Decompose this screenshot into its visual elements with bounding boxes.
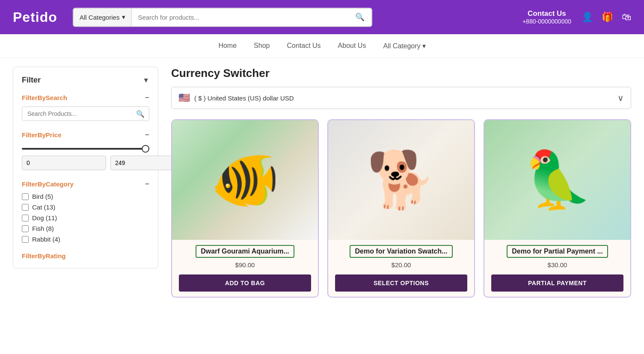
- header-icons: 👤 🎁 🛍: [582, 12, 631, 23]
- list-item: Dog (11): [22, 214, 149, 221]
- all-category-label: All Category: [383, 42, 420, 50]
- chevron-down-icon: ▾: [422, 42, 426, 50]
- category-rabbit-label: Rabbit (4): [32, 236, 60, 243]
- nav-shop[interactable]: Shop: [254, 42, 270, 50]
- filter-by-price-title: FilterByPrice −: [22, 130, 149, 139]
- cat-checkbox[interactable]: [22, 204, 29, 211]
- logo-text: Petido: [13, 9, 57, 25]
- category-list: Bird (5) Cat (13) Dog (11) Fish (8) Rabb…: [22, 193, 149, 243]
- filter-by-price-section: FilterByPrice −: [22, 130, 149, 170]
- sidebar: Filter ▼ FilterBySearch − 🔍 FilterByPric…: [13, 67, 158, 268]
- nav-home[interactable]: Home: [218, 42, 237, 50]
- filter-search-input[interactable]: [22, 107, 132, 121]
- chevron-down-icon: ▾: [122, 13, 125, 21]
- category-cat-label: Cat (13): [32, 204, 55, 211]
- search-button[interactable]: 🔍: [348, 9, 371, 26]
- search-input[interactable]: [132, 9, 348, 26]
- product-info: Demo for Variation Swatch... $20.00 SELE…: [328, 240, 474, 297]
- product-price: $90.00: [235, 261, 255, 268]
- product-price: $30.00: [548, 261, 567, 268]
- add-to-bag-button[interactable]: ADD TO BAG: [179, 274, 311, 292]
- category-dog-label: Dog (11): [32, 214, 57, 221]
- currency-label: ( $ ) United States (US) dollar USD: [194, 94, 294, 102]
- filter-by-rating-title: FilterByRating: [22, 252, 149, 260]
- product-card: Dwarf Gourami Aquarium... $90.00 ADD TO …: [171, 119, 319, 298]
- list-item: Rabbit (4): [22, 236, 149, 243]
- product-info: Dwarf Gourami Aquarium... $90.00 ADD TO …: [172, 240, 318, 297]
- currency-switcher-dropdown[interactable]: 🇺🇸 ( $ ) United States (US) dollar USD ∨: [171, 87, 631, 109]
- search-icon: 🔍: [355, 12, 365, 22]
- list-item: Fish (8): [22, 225, 149, 232]
- filter-search-box: 🔍: [22, 106, 149, 121]
- currency-flag: 🇺🇸: [178, 92, 190, 103]
- currency-switcher-title: Currency Switcher: [171, 67, 631, 80]
- category-bird-label: Bird (5): [32, 193, 53, 200]
- cart-icon[interactable]: 🛍: [622, 12, 631, 23]
- filter-title: Filter: [22, 76, 41, 85]
- product-name: Demo for Variation Swatch...: [350, 245, 452, 258]
- price-range-slider[interactable]: [22, 148, 149, 150]
- category-fish-label: Fish (8): [32, 225, 54, 232]
- select-options-button[interactable]: SELECT OPTIONS: [335, 274, 467, 292]
- filter-search-button[interactable]: 🔍: [132, 107, 149, 121]
- filter-by-search-section: FilterBySearch − 🔍: [22, 93, 149, 121]
- main-layout: Filter ▼ FilterBySearch − 🔍 FilterByPric…: [0, 58, 644, 306]
- logo: Petido: [13, 9, 64, 25]
- rabbit-checkbox[interactable]: [22, 236, 29, 243]
- nav-all-category[interactable]: All Category ▾: [383, 42, 425, 50]
- products-grid: Dwarf Gourami Aquarium... $90.00 ADD TO …: [171, 119, 631, 298]
- bird-checkbox[interactable]: [22, 193, 29, 200]
- product-name: Demo for Partial Payment ...: [507, 245, 608, 258]
- chevron-down-icon: ∨: [617, 93, 624, 103]
- contact-title: Contact Us: [522, 9, 571, 18]
- filter-by-category-title: FilterByCategory −: [22, 180, 149, 189]
- price-range: [22, 144, 149, 170]
- product-name: Dwarf Gourami Aquarium...: [196, 245, 294, 258]
- main-content: Currency Switcher 🇺🇸 ( $ ) United States…: [171, 67, 631, 298]
- contact-phone: +880-0000000000: [522, 18, 571, 25]
- header: Petido All Categories ▾ 🔍 Contact Us +88…: [0, 0, 644, 34]
- fish-checkbox[interactable]: [22, 225, 29, 232]
- nav-contact[interactable]: Contact Us: [287, 42, 321, 50]
- partial-payment-button[interactable]: PARTIAL PAYMENT: [491, 274, 623, 292]
- list-item: Cat (13): [22, 204, 149, 211]
- product-image-dog: [328, 120, 474, 240]
- user-icon[interactable]: 👤: [582, 12, 593, 23]
- dog-checkbox[interactable]: [22, 215, 29, 221]
- product-info: Demo for Partial Payment ... $30.00 PART…: [484, 240, 630, 297]
- category-label: All Categories: [80, 14, 119, 21]
- filter-by-category-section: FilterByCategory − Bird (5) Cat (13) Dog…: [22, 180, 149, 243]
- category-collapse-icon[interactable]: −: [145, 180, 149, 189]
- range-wrapper: [22, 144, 149, 151]
- product-card: Demo for Variation Swatch... $20.00 SELE…: [327, 119, 475, 298]
- category-dropdown-button[interactable]: All Categories ▾: [74, 9, 132, 26]
- nav-about[interactable]: About Us: [338, 42, 366, 50]
- filter-icon: ▼: [142, 77, 149, 84]
- product-price: $20.00: [392, 261, 411, 268]
- product-image-fish: [172, 120, 318, 240]
- gift-icon[interactable]: 🎁: [602, 12, 613, 23]
- contact-info: Contact Us +880-0000000000: [522, 9, 571, 25]
- filter-header: Filter ▼: [22, 76, 149, 85]
- product-card: Demo for Partial Payment ... $30.00 PART…: [484, 119, 631, 298]
- filter-by-search-title: FilterBySearch −: [22, 93, 149, 102]
- header-right: Contact Us +880-0000000000 👤 🎁 🛍: [522, 9, 631, 25]
- currency-left: 🇺🇸 ( $ ) United States (US) dollar USD: [178, 92, 294, 103]
- price-collapse-icon[interactable]: −: [145, 130, 149, 139]
- collapse-icon[interactable]: −: [145, 93, 149, 102]
- product-image-bird: [484, 120, 630, 240]
- price-inputs: [22, 156, 149, 170]
- price-min-input[interactable]: [22, 156, 106, 170]
- search-bar: All Categories ▾ 🔍: [73, 8, 372, 27]
- list-item: Bird (5): [22, 193, 149, 200]
- main-nav: Home Shop Contact Us About Us All Catego…: [0, 34, 644, 58]
